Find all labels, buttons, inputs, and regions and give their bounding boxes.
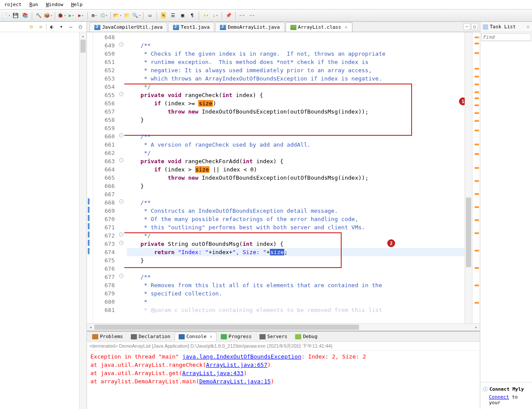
menu-window[interactable]: Window [43, 1, 67, 8]
view-icon [221, 334, 227, 339]
run-icon[interactable]: ▶ [67, 11, 76, 20]
view-icon [92, 334, 98, 339]
menu-run[interactable]: Run [26, 1, 42, 8]
save-all-icon[interactable]: 📚 [21, 11, 30, 20]
main-area: ⊟ ⇄ ◐ ▾ ― ▢ ▴ JavaCompilerUtil.javaTest1… [0, 22, 532, 409]
console-line: Exception in thread "main" java.lang.Ind… [90, 352, 476, 361]
bottom-tab-debug[interactable]: Debug [292, 332, 321, 341]
editor: 6486496506516526536546556566576586596606… [87, 32, 480, 323]
view-icon [259, 334, 266, 339]
package-icon[interactable]: 📦 [44, 11, 53, 20]
tab-arraylist-class[interactable]: ArrayList.class✕ [286, 22, 352, 32]
annotation-prev-icon[interactable]: ↑ [201, 11, 210, 20]
connect-title: Connect Myly [489, 386, 524, 392]
mark-icon[interactable]: ✎ [159, 11, 168, 20]
bottom-tab-label: Problems [100, 334, 123, 339]
menu-help[interactable]: Help [67, 1, 86, 8]
task-list-tab[interactable]: Task List ✕ [480, 22, 532, 32]
code-area[interactable]: /** * Checks if the given index is in ra… [124, 32, 472, 323]
fold-toggle[interactable]: − [119, 158, 123, 162]
new-java-icon[interactable]: ⊞ [90, 11, 99, 20]
console-line: at java.util.ArrayList.rangeCheck(ArrayL… [90, 361, 476, 369]
hscroll-thumb[interactable] [94, 325, 359, 330]
file-icon [173, 25, 179, 30]
bottom-tab-declaration[interactable]: Declaration [127, 332, 174, 341]
bottom-panel: ProblemsDeclarationConsole✕ProgressServe… [87, 331, 480, 409]
connect-link[interactable]: Connect [489, 394, 509, 400]
file-icon [290, 25, 296, 30]
back-icon[interactable]: ← [238, 11, 246, 20]
fold-toggle[interactable]: − [119, 232, 123, 237]
bottom-tab-label: Debug [303, 334, 317, 339]
task-find-input[interactable] [481, 33, 531, 41]
toggle-breadcrumb-icon[interactable]: ☰ [169, 11, 177, 20]
fold-toggle[interactable]: − [119, 92, 123, 96]
debug-icon[interactable]: 🐞 [57, 11, 66, 20]
minimize-icon[interactable]: ― [66, 23, 75, 31]
tab-javacompilerutil-java[interactable]: JavaCompilerUtil.java [90, 22, 167, 32]
focus-active-icon[interactable]: ◐ [47, 23, 56, 31]
vscroll-thumb[interactable] [466, 198, 471, 267]
terminal-icon[interactable]: ▭ [146, 11, 154, 20]
bottom-tab-progress[interactable]: Progress [217, 332, 255, 341]
fold-toggle[interactable]: − [119, 274, 123, 278]
console-line: at java.util.ArrayList.get(ArrayList.jav… [90, 369, 476, 377]
annotation-next-icon[interactable]: ↓ [211, 11, 219, 20]
file-icon [220, 25, 226, 30]
coverage-icon[interactable]: ▶ [76, 11, 85, 20]
bottom-tab-problems[interactable]: Problems [89, 332, 126, 341]
main-toolbar: 📄 💾 📚 🔨 📦 🐞 ▶ ▶ ⊞ Ⓒ 📂 📁 🔍 ▭ ✎ ☰ ▦ ¶ ↑ ↓ … [0, 10, 532, 22]
open-type-icon[interactable]: 📂 [113, 11, 122, 20]
toolbar-new-icon[interactable]: 📄 [2, 11, 10, 20]
view-icon [131, 334, 137, 339]
tab-demoarraylist-java[interactable]: DemoArrayList.java [215, 22, 284, 32]
task-find [480, 32, 532, 42]
fold-toggle[interactable]: − [119, 133, 123, 137]
hscroll-left-icon[interactable]: ◂ [87, 324, 94, 331]
link-editor-icon[interactable]: ⇄ [37, 23, 45, 31]
bottom-tab-servers[interactable]: Servers [256, 332, 291, 341]
toggle-ws-icon[interactable]: ¶ [188, 11, 196, 20]
save-icon[interactable]: 💾 [11, 11, 20, 20]
collapse-all-icon[interactable]: ⊟ [27, 23, 36, 31]
toggle-block-icon[interactable]: ▦ [178, 11, 187, 20]
console-output[interactable]: Exception in thread "main" java.lang.Ind… [87, 351, 480, 409]
tab-test1-java[interactable]: Test1.java [168, 22, 214, 32]
left-scrollbar[interactable]: ▴ [79, 32, 86, 409]
overview-ruler[interactable] [472, 32, 480, 323]
horizontal-scrollbar[interactable]: ◂ ▸ [87, 323, 480, 331]
hscroll-right-icon[interactable]: ▸ [472, 324, 480, 331]
fold-toggle[interactable]: − [119, 199, 123, 204]
open-task-icon[interactable]: 📁 [123, 11, 131, 20]
view-icon [295, 334, 301, 339]
connect-mylyn: ⓘConnect Myly Connect to your [480, 382, 532, 409]
left-panel: ⊟ ⇄ ◐ ▾ ― ▢ ▴ [0, 22, 87, 409]
bottom-tab-console[interactable]: Console✕ [175, 332, 216, 341]
fold-toggle[interactable]: − [119, 42, 123, 47]
editor-area: JavaCompilerUtil.javaTest1.javaDemoArray… [87, 22, 480, 409]
tab-close-icon[interactable]: ✕ [345, 24, 348, 30]
menu-roject[interactable]: roject [1, 1, 25, 8]
view-menu-icon[interactable]: ▾ [57, 23, 66, 31]
minimize-editor-icon[interactable]: ― [463, 23, 470, 30]
fold-toggle[interactable]: − [119, 241, 123, 245]
vertical-scrollbar[interactable] [465, 32, 472, 323]
forward-icon[interactable]: → [247, 11, 256, 20]
task-list-close-icon[interactable]: ✕ [526, 24, 529, 30]
scroll-thumb[interactable] [80, 40, 86, 53]
folding-ruler[interactable]: −−−−−−−− [118, 32, 124, 323]
file-icon [94, 25, 100, 30]
search-icon[interactable]: 🔍 [132, 11, 141, 20]
menubar: roject Run Window Help [0, 0, 532, 10]
scroll-up-icon[interactable]: ▴ [80, 32, 86, 40]
tab-label: JavaCompilerUtil.java [102, 24, 163, 30]
new-class-icon[interactable]: Ⓒ [100, 11, 108, 20]
editor-tabs: JavaCompilerUtil.javaTest1.javaDemoArray… [87, 22, 480, 32]
left-body: ▴ [0, 32, 86, 409]
maximize-icon[interactable]: ▢ [76, 23, 85, 31]
pin-icon[interactable]: 📌 [224, 11, 233, 20]
bottom-tab-label: Servers [267, 334, 287, 339]
close-icon[interactable]: ✕ [209, 334, 213, 339]
maximize-editor-icon[interactable]: ▢ [471, 23, 478, 30]
build-icon[interactable]: 🔨 [34, 11, 43, 20]
